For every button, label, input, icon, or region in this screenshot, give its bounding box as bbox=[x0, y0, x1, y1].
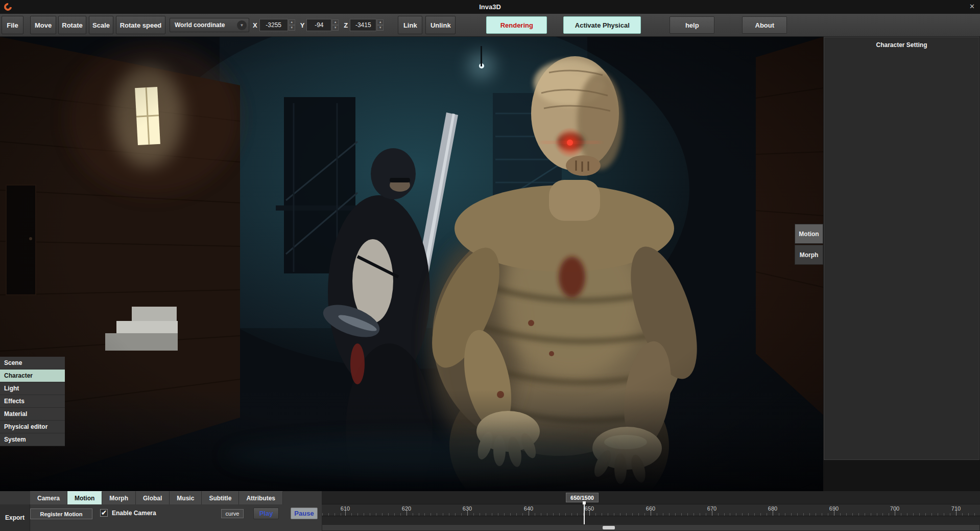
scale-button[interactable]: Scale bbox=[89, 16, 113, 34]
timeline-scrollbar[interactable] bbox=[322, 524, 980, 531]
enable-camera-label: Enable Camera bbox=[112, 510, 156, 517]
rendering-button[interactable]: Rendering bbox=[486, 16, 547, 34]
enable-camera-checkbox[interactable]: ✔ bbox=[100, 509, 108, 517]
right-column: Character Setting bbox=[823, 37, 980, 491]
tab-camera[interactable]: Camera bbox=[30, 491, 67, 504]
play-button[interactable]: Play bbox=[253, 507, 279, 519]
about-button[interactable]: About bbox=[742, 16, 787, 34]
timeline[interactable]: 610 620 630 640 650 660 670 680 690 700 … bbox=[322, 504, 980, 524]
sidebar-item-material[interactable]: Material bbox=[0, 408, 65, 421]
app-window: Inva3D ✕ File Move Rotate Scale Rotate s… bbox=[0, 0, 980, 531]
sidebar-item-system[interactable]: System bbox=[0, 433, 65, 446]
sidebar-item-effects[interactable]: Effects bbox=[0, 395, 65, 408]
character-setting-panel: Character Setting bbox=[824, 37, 979, 460]
z-spinner-down-icon[interactable]: ▼ bbox=[377, 25, 384, 31]
close-icon[interactable]: ✕ bbox=[969, 3, 975, 10]
link-button[interactable]: Link bbox=[398, 16, 422, 34]
move-button[interactable]: Move bbox=[30, 16, 56, 34]
title-bar: Inva3D ✕ bbox=[0, 0, 980, 14]
sidebar-item-light[interactable]: Light bbox=[0, 382, 65, 395]
tab-motion[interactable]: Motion bbox=[67, 491, 102, 504]
right-panel-side-tabs: Motion Morph bbox=[795, 224, 823, 266]
export-button[interactable]: Export bbox=[0, 504, 30, 531]
x-spinner-up-icon[interactable]: ▲ bbox=[289, 19, 295, 25]
y-label: Y bbox=[300, 21, 305, 29]
timeline-header: 650/1500 bbox=[322, 491, 980, 504]
tab-global[interactable]: Global bbox=[136, 491, 170, 504]
timeline-ruler[interactable]: 610 620 630 640 650 660 670 680 690 700 … bbox=[322, 504, 980, 516]
tab-music[interactable]: Music bbox=[170, 491, 202, 504]
panel-title: Character Setting bbox=[824, 41, 979, 49]
activate-physical-button[interactable]: Activate Physical bbox=[563, 16, 641, 34]
curve-button[interactable]: curve bbox=[221, 509, 244, 518]
y-spinner-up-icon[interactable]: ▲ bbox=[332, 19, 339, 25]
scene-render bbox=[0, 37, 823, 491]
frame-indicator: 650/1500 bbox=[566, 493, 599, 502]
register-motion-button[interactable]: Register Motion bbox=[30, 509, 92, 519]
major-ticks bbox=[322, 511, 980, 516]
coordinate-mode-value: World coordinate bbox=[170, 21, 237, 29]
timeline-track[interactable] bbox=[322, 516, 980, 524]
scrollbar-thumb[interactable] bbox=[603, 526, 615, 529]
bottom-panel: Camera Motion Morph Global Music Subtitl… bbox=[0, 491, 980, 531]
z-coordinate-input[interactable]: -3415 bbox=[350, 19, 376, 31]
unlink-button[interactable]: Unlink bbox=[425, 16, 456, 34]
rotate-button[interactable]: Rotate bbox=[58, 16, 86, 34]
y-spinner-down-icon[interactable]: ▼ bbox=[332, 25, 339, 31]
tab-subtitle[interactable]: Subtitle bbox=[202, 491, 239, 504]
y-coordinate-input[interactable]: -94 bbox=[306, 19, 331, 31]
rotate-speed-button[interactable]: Rotate speed bbox=[116, 16, 165, 34]
playhead[interactable] bbox=[584, 501, 585, 524]
side-tab-morph[interactable]: Morph bbox=[795, 245, 823, 265]
chevron-down-icon: ▼ bbox=[237, 20, 247, 30]
tab-morph[interactable]: Morph bbox=[102, 491, 136, 504]
x-spinner-down-icon[interactable]: ▼ bbox=[289, 25, 295, 31]
coordinate-mode-dropdown[interactable]: World coordinate ▼ bbox=[170, 18, 249, 32]
pause-button[interactable]: Pause bbox=[291, 507, 318, 519]
help-button[interactable]: help bbox=[670, 16, 714, 34]
sidebar-item-scene[interactable]: Scene bbox=[0, 357, 65, 370]
main-toolbar: File Move Rotate Scale Rotate speed Worl… bbox=[0, 14, 980, 37]
z-label: Z bbox=[344, 21, 348, 29]
main-area: Scene Character Light Effects Material P… bbox=[0, 37, 980, 491]
window-title: Inva3D bbox=[0, 3, 980, 11]
tab-attributes[interactable]: Attributes bbox=[239, 491, 283, 504]
scene-object-list: Scene Character Light Effects Material P… bbox=[0, 357, 65, 446]
file-button[interactable]: File bbox=[2, 16, 23, 34]
z-spinner-up-icon[interactable]: ▲ bbox=[377, 19, 384, 25]
side-tab-motion[interactable]: Motion bbox=[795, 224, 823, 244]
viewport-3d[interactable]: Scene Character Light Effects Material P… bbox=[0, 37, 823, 491]
sidebar-item-physical-editor[interactable]: Physical editor bbox=[0, 421, 65, 433]
x-label: X bbox=[253, 21, 257, 29]
sidebar-item-character[interactable]: Character bbox=[0, 370, 65, 382]
x-coordinate-input[interactable]: -3255 bbox=[259, 19, 288, 31]
motion-controls: Register Motion ✔ Enable Camera curve Pl… bbox=[30, 504, 322, 524]
bottom-tabs: Camera Motion Morph Global Music Subtitl… bbox=[30, 491, 283, 504]
